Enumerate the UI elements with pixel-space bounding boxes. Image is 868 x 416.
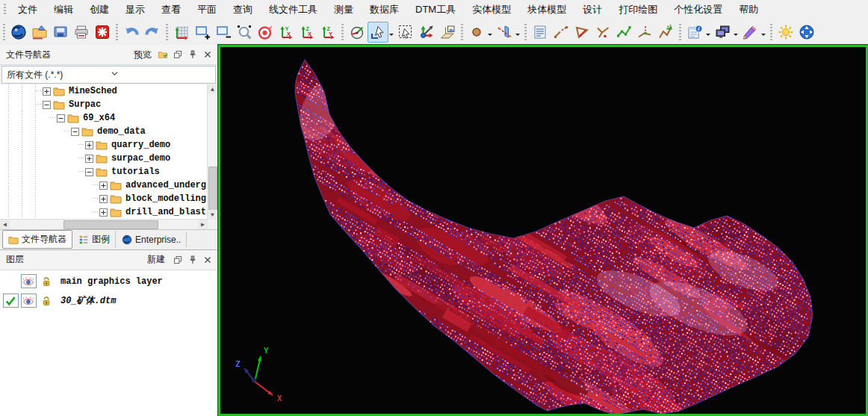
menu-item-12[interactable]: 实体模型 bbox=[464, 0, 519, 19]
edit-tool-button[interactable] bbox=[740, 22, 760, 43]
tree-item-block_modelling[interactable]: block_modelling bbox=[0, 192, 208, 205]
tree-hscroll-thumb[interactable] bbox=[63, 220, 158, 229]
select-mode-button[interactable] bbox=[368, 22, 388, 43]
collapse-icon[interactable] bbox=[85, 168, 93, 176]
break-line-button[interactable] bbox=[551, 22, 571, 43]
pin-panel-icon[interactable] bbox=[186, 253, 199, 267]
collapse-icon[interactable] bbox=[43, 101, 51, 109]
layer-visibility-eye-icon[interactable] bbox=[20, 294, 37, 308]
move-point-button[interactable] bbox=[634, 22, 655, 43]
zoom-in-button[interactable] bbox=[192, 22, 213, 43]
zoom-point-button[interactable] bbox=[255, 22, 276, 43]
menu-item-2[interactable]: 编辑 bbox=[46, 0, 81, 19]
menu-item-17[interactable]: 帮助 bbox=[731, 0, 766, 19]
expand-icon[interactable] bbox=[99, 181, 108, 190]
tree-item-advanced_underg[interactable]: advanced_underg bbox=[0, 178, 208, 192]
point-tool-button[interactable] bbox=[466, 22, 487, 43]
view-xy-plane-button[interactable]: YX bbox=[276, 22, 297, 43]
edit-tool-dropdown-arrow[interactable] bbox=[761, 34, 766, 38]
globe-button[interactable] bbox=[8, 22, 29, 43]
active-layer-slot[interactable] bbox=[2, 274, 19, 289]
model-canvas[interactable] bbox=[220, 47, 866, 414]
view-yz-plane-button[interactable]: ZY bbox=[317, 22, 338, 43]
display-manager-button[interactable] bbox=[712, 22, 733, 43]
menu-item-16[interactable]: 个性化设置 bbox=[666, 0, 731, 19]
dock-tab-Enterprise..[interactable]: Enterprise.. bbox=[117, 232, 187, 247]
collapse-icon[interactable] bbox=[57, 114, 65, 122]
layer-unlocked-padlock-icon[interactable] bbox=[38, 274, 55, 289]
toolbar-grip[interactable] bbox=[341, 24, 344, 40]
float-panel-icon[interactable] bbox=[171, 48, 185, 61]
scroll-up-arrow[interactable]: ▲ bbox=[208, 84, 217, 94]
3d-viewport[interactable] bbox=[218, 45, 868, 416]
dock-tab-图例[interactable]: 图例 bbox=[73, 231, 116, 248]
open-file-button[interactable] bbox=[29, 22, 50, 43]
plane-display-button[interactable] bbox=[437, 22, 458, 43]
toolbar-grip[interactable] bbox=[524, 24, 527, 40]
zoom-window-button[interactable] bbox=[234, 22, 255, 43]
menu-item-7[interactable]: 查询 bbox=[225, 0, 261, 19]
menu-item-5[interactable]: 查看 bbox=[153, 0, 189, 19]
menu-item-4[interactable]: 显示 bbox=[117, 0, 153, 19]
zoom-all-button[interactable] bbox=[171, 22, 192, 43]
file-filter-select[interactable]: 所有文件 (.*.*) bbox=[1, 66, 216, 84]
insert-point-button[interactable] bbox=[613, 22, 634, 43]
menu-item-15[interactable]: 打印绘图 bbox=[610, 0, 666, 19]
menu-item-13[interactable]: 块体模型 bbox=[519, 0, 574, 19]
box-select-button[interactable] bbox=[395, 22, 416, 43]
menu-item-9[interactable]: 测量 bbox=[326, 0, 362, 19]
print-button[interactable] bbox=[71, 22, 92, 43]
navigation-sphere-button[interactable] bbox=[796, 22, 817, 43]
tree-item-quarry_demo[interactable]: quarry_demo bbox=[0, 138, 208, 152]
layer-row-main graphics layer[interactable]: main graphics layer bbox=[0, 272, 217, 291]
menubar-grip[interactable] bbox=[4, 4, 6, 16]
section-plane-button[interactable] bbox=[494, 22, 515, 43]
toolbar-grip[interactable] bbox=[770, 24, 772, 40]
expand-icon[interactable] bbox=[43, 87, 51, 96]
view-xz-plane-button[interactable]: ZX bbox=[297, 22, 317, 43]
pin-panel-icon[interactable] bbox=[186, 48, 199, 61]
expand-icon[interactable] bbox=[99, 208, 108, 217]
menu-item-14[interactable]: 设计 bbox=[574, 0, 610, 19]
zoom-out-button[interactable] bbox=[213, 22, 234, 43]
tree-item-demo_data[interactable]: demo_data bbox=[0, 125, 208, 138]
toolbar-grip[interactable] bbox=[116, 24, 118, 40]
float-panel-icon[interactable] bbox=[171, 253, 185, 267]
tree-item-Surpac[interactable]: Surpac bbox=[0, 98, 208, 111]
display-manager-dropdown-arrow[interactable] bbox=[734, 34, 738, 38]
save-file-button[interactable] bbox=[50, 22, 71, 43]
lighting-button[interactable] bbox=[775, 22, 796, 43]
active-layer-check-icon[interactable] bbox=[2, 294, 19, 308]
menu-item-11[interactable]: DTM工具 bbox=[407, 0, 464, 19]
collapse-icon[interactable] bbox=[71, 128, 79, 136]
menu-item-1[interactable]: 文件 bbox=[10, 0, 46, 19]
toolbar-grip[interactable] bbox=[461, 24, 463, 40]
scroll-left-arrow[interactable]: ◀ bbox=[0, 220, 10, 229]
move-graphics-button[interactable] bbox=[416, 22, 437, 43]
properties-dropdown-arrow[interactable] bbox=[706, 34, 710, 38]
layer-row-30_矿体.dtm[interactable]: 30_矿体.dtm bbox=[0, 291, 217, 311]
undo-button[interactable] bbox=[121, 22, 142, 43]
reset-graphics-button[interactable] bbox=[92, 22, 113, 43]
split-segment-button[interactable] bbox=[592, 22, 613, 43]
string-document-button[interactable] bbox=[530, 22, 551, 43]
scroll-right-arrow[interactable]: ▶ bbox=[198, 220, 208, 229]
close-panel-icon[interactable] bbox=[201, 253, 214, 267]
menu-item-3[interactable]: 创建 bbox=[81, 0, 117, 19]
dock-tab-文件导航器[interactable]: 文件导航器 bbox=[2, 230, 72, 249]
menu-item-8[interactable]: 线文件工具 bbox=[261, 0, 326, 19]
rotate-view-button[interactable] bbox=[347, 22, 368, 43]
close-panel-icon[interactable] bbox=[201, 48, 214, 61]
toolbar-grip[interactable] bbox=[166, 24, 168, 40]
tree-item-tutorials[interactable]: tutorials bbox=[0, 165, 208, 178]
close-segment-button[interactable] bbox=[571, 22, 592, 43]
layer-visibility-eye-icon[interactable] bbox=[20, 274, 37, 289]
toolbar-grip[interactable] bbox=[3, 24, 5, 40]
expand-icon[interactable] bbox=[85, 155, 93, 163]
properties-button[interactable]: i bbox=[684, 22, 705, 43]
redo-button[interactable] bbox=[142, 22, 163, 43]
tree-item-MineSched[interactable]: MineSched bbox=[0, 84, 208, 98]
toolbar-grip[interactable] bbox=[679, 24, 681, 40]
layer-unlocked-padlock-icon[interactable] bbox=[38, 294, 55, 308]
expand-icon[interactable] bbox=[85, 141, 93, 149]
